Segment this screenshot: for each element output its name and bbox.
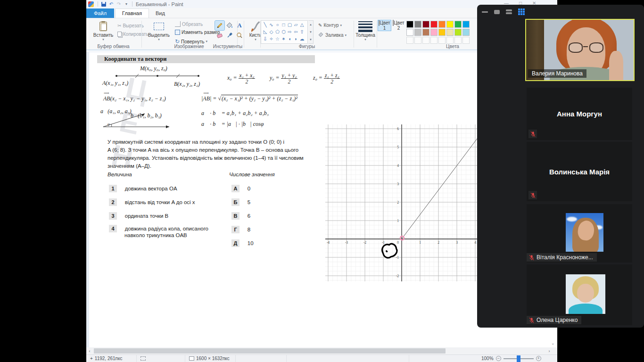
gallery-view-icon[interactable]	[518, 8, 525, 15]
palette-empty-slot[interactable]	[430, 37, 438, 44]
shape-four-point-star-icon[interactable]: ✧	[268, 35, 274, 42]
shape-arrow-left-icon[interactable]: ⇦	[293, 28, 299, 35]
participant-tile[interactable]: Валерия Маринова	[525, 19, 635, 81]
zoom-in-button[interactable]: +	[536, 356, 541, 361]
participant-tile[interactable]: Віталія Красноноже...	[527, 204, 632, 263]
shape-oval-icon[interactable]: ○	[274, 21, 281, 28]
palette-swatch[interactable]	[438, 29, 446, 36]
zoom-slider[interactable]	[504, 358, 534, 359]
vectors-diagram: φ	[99, 112, 175, 129]
tab-home[interactable]: Главная	[115, 8, 149, 18]
shape-rectangle-icon[interactable]: □	[281, 21, 287, 28]
shape-five-point-star-icon[interactable]: ☆	[274, 35, 281, 42]
palette-swatch[interactable]	[414, 29, 421, 36]
shape-arrow-down-icon[interactable]: ⇩	[262, 35, 268, 42]
undo-button[interactable]: ↶	[107, 1, 115, 8]
palette-empty-slot[interactable]	[406, 37, 413, 44]
restore-panel-icon[interactable]	[494, 10, 500, 14]
outline-icon: ✎	[318, 23, 322, 28]
palette-swatch[interactable]	[422, 29, 429, 36]
svg-text:3: 3	[456, 240, 458, 245]
shape-oval-callout-icon[interactable]: ◗	[293, 35, 299, 42]
profile-avatar	[566, 274, 605, 314]
shape-hexagon-icon[interactable]: ⬡	[281, 28, 287, 35]
zoom-slider-thumb[interactable]	[517, 355, 520, 362]
scrollbar-thumb[interactable]	[94, 348, 446, 354]
palette-swatch[interactable]	[422, 21, 429, 28]
segment-diagram	[113, 73, 202, 79]
palette-empty-slot[interactable]	[414, 37, 421, 44]
palette-swatch[interactable]	[430, 29, 438, 36]
palette-swatch[interactable]	[406, 29, 413, 36]
pencil-tool[interactable]	[215, 21, 224, 30]
palette-empty-slot[interactable]	[454, 37, 462, 44]
tab-file[interactable]: Файл	[86, 8, 114, 18]
shape-pentagon-icon[interactable]: ⬠	[274, 28, 281, 35]
shape-right-triangle-icon[interactable]: ◺	[262, 28, 268, 35]
vertical-scrollbar-arrow[interactable]: ⌄	[551, 341, 555, 346]
color2-button[interactable]: Цвет 2	[392, 20, 405, 31]
palette-swatch[interactable]	[454, 21, 462, 28]
palette-swatch[interactable]	[462, 21, 470, 28]
participant-tile[interactable]: Волинська Марія	[527, 142, 632, 201]
copy-icon	[117, 32, 122, 37]
redo-button[interactable]: ↷	[115, 1, 123, 8]
palette-swatch[interactable]	[430, 21, 438, 28]
shape-curve-icon[interactable]: ∿	[268, 21, 274, 28]
speaker-view-icon[interactable]	[506, 9, 512, 14]
match-item: 4 довжина радіуса кола, описаногонавколо…	[109, 225, 208, 238]
horizontal-scrollbar[interactable]: ‹ ›	[86, 347, 557, 354]
shapes-grid: ╲∿○□▢▱△◺◇⬠⬡⇨⇦⇧⇩✧☆✶◖◗☁	[261, 20, 308, 44]
tab-view[interactable]: Вид	[149, 9, 172, 18]
fill-shape-button[interactable]: Заливка ▾	[318, 32, 347, 38]
color-picker-tool[interactable]	[225, 31, 234, 40]
svg-text:2: 2	[397, 200, 399, 205]
shape-diamond-icon[interactable]: ◇	[268, 28, 274, 35]
shape-line-icon[interactable]: ╲	[262, 21, 268, 28]
quick-access-dropdown[interactable]: ▾	[123, 1, 130, 8]
eraser-tool[interactable]	[215, 31, 224, 40]
participant-tile[interactable]: Олена Царенко	[527, 264, 632, 325]
paste-button[interactable]: Вставить▾	[90, 20, 116, 41]
shape-triangle-icon[interactable]: △	[299, 21, 305, 28]
palette-swatch[interactable]	[414, 21, 421, 28]
problem-line: A (6; 8). З точки A на вісь x опущено пе…	[107, 146, 324, 154]
shape-rounded-callout-icon[interactable]: ◖	[287, 35, 293, 42]
resize-icon	[175, 30, 180, 35]
palette-swatch[interactable]	[462, 29, 470, 36]
cut-button[interactable]: ✂Вырезать	[117, 23, 144, 28]
statusbar-cursor: +1192, 261пкс	[86, 355, 137, 362]
scroll-right-icon[interactable]: ›	[546, 349, 553, 354]
scroll-left-icon[interactable]: ‹	[86, 349, 93, 354]
palette-swatch[interactable]	[446, 21, 454, 28]
svg-text:-3: -3	[345, 240, 348, 245]
zoom-out-button[interactable]: −	[496, 356, 501, 361]
shape-rounded-rectangle-icon[interactable]: ▢	[287, 21, 293, 28]
palette-swatch[interactable]	[454, 29, 462, 36]
select-button[interactable]: Выделить▾	[146, 20, 172, 41]
shape-arrow-up-icon[interactable]: ⇧	[299, 28, 305, 35]
palette-empty-slot[interactable]	[422, 37, 429, 44]
palette-swatch[interactable]	[438, 21, 446, 28]
fill-tool[interactable]	[225, 21, 234, 30]
palette-empty-slot[interactable]	[462, 37, 470, 44]
save-button[interactable]	[100, 1, 107, 8]
color1-button[interactable]: Цвет 1	[378, 20, 391, 31]
formula-vec-ab: AB(x₂ − x₁, y₂ − y₁, z₂ − z₁)	[103, 95, 166, 102]
shape-six-point-star-icon[interactable]: ✶	[281, 35, 287, 42]
shape-cloud-callout-icon[interactable]: ☁	[299, 35, 305, 42]
palette-empty-slot[interactable]	[446, 37, 454, 44]
minimize-panel-icon[interactable]	[482, 11, 488, 13]
palette-swatch[interactable]	[406, 21, 413, 28]
outline-button[interactable]: ✎Контур ▾	[318, 23, 342, 28]
participant-tile[interactable]: Анна Моргун	[527, 88, 632, 140]
palette-swatch[interactable]	[446, 29, 454, 36]
group-tools: A Инструменты	[213, 19, 243, 49]
shape-polygon-icon[interactable]: ▱	[293, 21, 299, 28]
shapes-scrollbar[interactable]: ▲▼▼	[308, 20, 314, 44]
shape-arrow-right-icon[interactable]: ⇨	[287, 28, 293, 35]
thickness-button[interactable]: Толщина▾	[352, 20, 379, 41]
crop-button[interactable]: Обрезать	[175, 21, 203, 27]
palette-empty-slot[interactable]	[438, 37, 446, 44]
zoom-level: 100%	[481, 356, 494, 361]
